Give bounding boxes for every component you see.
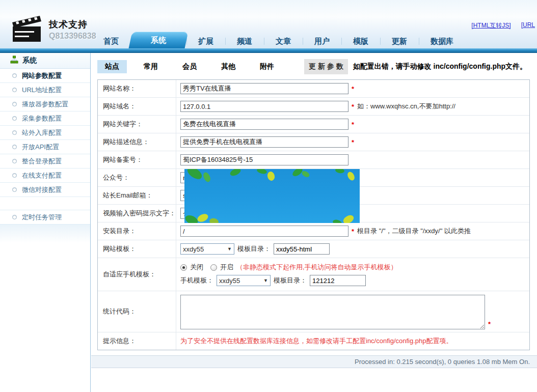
top-link-0[interactable]: [HTML互转JS] — [471, 21, 511, 30]
bullet-icon — [12, 159, 17, 163]
nav-item-label: 更新 — [392, 37, 407, 45]
required-mark: * — [352, 85, 354, 93]
stats-code-textarea[interactable] — [180, 295, 485, 329]
mobile-template-dir-label: 模板目录： — [274, 276, 307, 285]
logo-subtitle: Q813396838 — [49, 32, 96, 41]
sidebar-item-label: 采集参数配置 — [22, 114, 62, 123]
icp-number-label: 网站备案号： — [98, 151, 176, 169]
nav-item-频道[interactable]: 频道 — [225, 34, 264, 48]
site-keywords-input[interactable] — [180, 119, 348, 130]
sidebar-item-定时任务管理[interactable]: 定时任务管理 — [0, 210, 90, 225]
tab-常用[interactable]: 常用 — [136, 60, 166, 73]
blue-leaves-placeholder-image — [184, 169, 360, 223]
row-site-description: 网站描述信息： * — [98, 133, 529, 151]
mobile-template-dir-input[interactable] — [310, 275, 366, 286]
sidebar-item-label: 微信对接配置 — [22, 185, 62, 194]
site-name-input[interactable] — [180, 83, 348, 94]
icp-number-input[interactable] — [180, 154, 348, 165]
mobile-template-hint: （非静态模式下起作用,手机访问将自动显示手机模板） — [236, 263, 397, 272]
site-keywords-label: 网站关键字： — [98, 116, 176, 133]
nav-item-系统[interactable]: 系统 — [130, 32, 186, 48]
logo-title: 技术支持 — [49, 18, 96, 31]
mobile-template-on-radio[interactable] — [210, 264, 217, 271]
sidebar-item-在线支付配置[interactable]: 在线支付配置 — [0, 169, 90, 183]
row-tip: 提示信息： 为了安全不提供在线配置数据库连接信息，如需修改请手工配置inc/co… — [98, 332, 529, 350]
nav-item-更新[interactable]: 更新 — [380, 34, 419, 48]
nav-item-文章[interactable]: 文章 — [264, 34, 303, 48]
row-site-name: 网站名称： * — [98, 80, 529, 98]
tip-text: 为了安全不提供在线配置数据库连接信息，如需修改请手工配置inc/config/c… — [180, 337, 453, 346]
tab-附件[interactable]: 附件 — [252, 60, 282, 73]
chevron-down-icon: ▼ — [227, 246, 232, 251]
logo: 技术支持 Q813396838 — [11, 14, 96, 45]
bullet-icon — [12, 130, 17, 135]
required-mark: * — [352, 138, 354, 146]
sidebar-items: 网站参数配置URL地址配置播放器参数配置采集参数配置站外入库配置开放API配置整… — [0, 69, 90, 225]
row-mobile-template: 自适应手机模板： 关闭 开启 （非静态模式下起作用,手机访问将自动显示手机模板）… — [98, 258, 529, 291]
site-template-select[interactable]: xxdy55 ▼ — [180, 243, 234, 255]
tab-其他[interactable]: 其他 — [213, 60, 243, 73]
site-description-input[interactable] — [180, 136, 348, 148]
admin-email-label: 站长Email邮箱： — [98, 187, 176, 204]
tab-会员[interactable]: 会员 — [175, 60, 204, 73]
sidebar-item-开放API配置[interactable]: 开放API配置 — [0, 140, 90, 154]
top-link-1[interactable]: [URL — [521, 21, 535, 30]
sidebar-item-label: URL地址配置 — [22, 86, 62, 95]
nav-item-label: 数据库 — [431, 37, 453, 45]
site-domain-label: 网站域名： — [98, 98, 176, 115]
nav-item-用户[interactable]: 用户 — [303, 34, 341, 48]
mobile-template-select[interactable]: xxdy55 ▼ — [217, 275, 271, 286]
install-dir-label: 安装目录： — [98, 222, 176, 240]
sidebar-item-label: 整合登录配置 — [22, 157, 62, 166]
sidebar-footer-wash — [0, 225, 90, 243]
logo-texts: 技术支持 Q813396838 — [49, 18, 96, 41]
mobile-template-off-radio[interactable] — [180, 264, 187, 271]
chevron-down-icon: ▼ — [263, 278, 268, 283]
sidebar-item-label: 在线支付配置 — [22, 171, 62, 180]
mobile-template-select-label: 手机模板： — [180, 276, 213, 285]
row-install-dir: 安装目录： * 根目录 "/"，二级目录 "/xxdy/" 以此类推 — [98, 222, 529, 240]
bullet-icon — [12, 88, 17, 92]
nav-item-label: 系统 — [151, 36, 166, 44]
sidebar-item-网站参数配置[interactable]: 网站参数配置 — [0, 69, 90, 83]
install-dir-input[interactable] — [180, 226, 348, 237]
site-domain-hint: 如：www.wxqhsc.cn,不要加http:// — [357, 102, 455, 111]
sidebar-item-采集参数配置[interactable]: 采集参数配置 — [0, 111, 90, 126]
header-divider-bar — [0, 48, 537, 53]
required-mark: * — [488, 320, 491, 328]
sidebar-title: 系统 — [22, 56, 37, 65]
update-params-button[interactable]: 更 新 参 数 — [304, 59, 348, 74]
nav-item-首页[interactable]: 首页 — [92, 34, 130, 48]
row-site-domain: 网站域名： * 如：www.wxqhsc.cn,不要加http:// — [98, 98, 529, 116]
nav-item-数据库[interactable]: 数据库 — [419, 34, 465, 48]
config-notice: 如配置出错，请手动修改 inc/config/config.php文件。 — [353, 62, 527, 71]
sidebar-item-URL地址配置[interactable]: URL地址配置 — [0, 83, 90, 97]
site-template-dir-label: 模板目录： — [237, 244, 271, 254]
sidebar-header: 系统 — [0, 53, 90, 69]
row-site-keywords: 网站关键字： * — [98, 116, 529, 133]
sidebar-item-整合登录配置[interactable]: 整合登录配置 — [0, 154, 90, 169]
tab-站点[interactable]: 站点 — [97, 60, 127, 73]
site-name-label: 网站名称： — [98, 80, 176, 97]
site-template-select-value: xxdy55 — [183, 245, 204, 253]
sidebar-item-站外入库配置[interactable]: 站外入库配置 — [0, 126, 90, 140]
sidebar-item-label: 开放API配置 — [22, 143, 59, 152]
nav-item-模版[interactable]: 模版 — [341, 34, 380, 48]
video-password-hint-label: 视频输入密码提示文字： — [98, 205, 176, 222]
site-domain-input[interactable] — [180, 101, 348, 112]
nav-item-扩展[interactable]: 扩展 — [186, 34, 225, 48]
bullet-icon — [12, 173, 17, 178]
mobile-template-label: 自适应手机模板： — [98, 258, 176, 291]
sidebar-item-微信对接配置[interactable]: 微信对接配置 — [0, 183, 90, 197]
main-nav: 首页系统扩展频道文章用户模版更新数据库 — [92, 32, 465, 48]
bullet-icon — [12, 116, 17, 121]
site-template-dir-input[interactable] — [274, 243, 330, 255]
sidebar: 系统 网站参数配置URL地址配置播放器参数配置采集参数配置站外入库配置开放API… — [0, 53, 91, 392]
sidebar-item-播放器参数配置[interactable]: 播放器参数配置 — [0, 97, 90, 111]
header: 技术支持 Q813396838 [HTML互转JS][URL 首页系统扩展频道文… — [0, 0, 537, 48]
bullet-icon — [12, 187, 17, 192]
mobile-template-off-label: 关闭 — [190, 263, 203, 272]
required-mark: * — [352, 121, 354, 128]
mobile-template-on-label: 开启 — [220, 263, 233, 272]
nav-item-label: 频道 — [237, 37, 252, 45]
